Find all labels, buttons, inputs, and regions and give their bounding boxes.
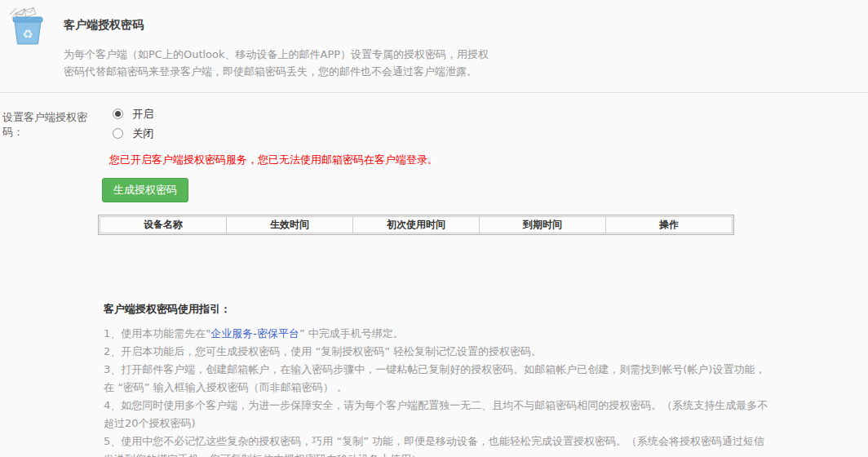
guide-item-1: 1、使用本功能需先在"企业服务-密保平台” 中完成手机号绑定。: [104, 325, 771, 343]
header-text-block: 客户端授权密码 为每个客户端（如PC上的Outlook、移动设备上的邮件APP）…: [64, 7, 489, 92]
guide-item-1-prefix: 1、使用本功能需先在": [104, 327, 210, 339]
form-label: 设置客户端授权密码：: [0, 107, 98, 457]
settings-page: ♻ 客户端授权密码 为每个客户端（如PC上的Outlook、移动设备上的邮件AP…: [0, 0, 868, 457]
feature-header: ♻ 客户端授权密码 为每个客户端（如PC上的Outlook、移动设备上的邮件AP…: [0, 0, 868, 92]
radio-row-enable[interactable]: 开启: [98, 107, 868, 122]
table-header-device: 设备名称: [100, 217, 227, 233]
radio-row-disable[interactable]: 关闭: [98, 126, 868, 141]
usage-guide: 客户端授权密码使用指引： 1、使用本功能需先在"企业服务-密保平台” 中完成手机…: [104, 300, 771, 457]
table-header-effective-time: 生效时间: [227, 217, 353, 233]
guide-item-5: 5、使用中您不必记忆这些复杂的授权密码，巧用 “复制” 功能，即便是移动设备，也…: [104, 433, 771, 457]
auth-password-form: 设置客户端授权密码： 开启 关闭 您已开启客户端授权密码服务，您已无法使用邮箱密…: [0, 93, 868, 457]
page-title: 客户端授权密码: [64, 18, 489, 33]
table-header-expire-time: 到期时间: [480, 217, 606, 233]
radio-disable-label: 关闭: [132, 127, 153, 140]
radio-enable[interactable]: [113, 109, 123, 119]
guide-item-3: 3、打开邮件客户端，创建邮箱帐户，在输入密码步骤中，一键粘帖已复制好的授权密码。…: [104, 361, 771, 397]
password-table-wrap: 设备名称 生效时间 初次使用时间 到期时间 操作: [98, 215, 734, 235]
guide-item-4: 4、如您同时使用多个客户端，为进一步保障安全，请为每个客户端配置独一无二、且均不…: [104, 397, 771, 433]
table-header-first-use-time: 初次使用时间: [353, 217, 480, 233]
table-header-actions: 操作: [606, 217, 733, 233]
guide-item-2: 2、开启本功能后，您可生成授权密码，使用 “复制授权密码” 轻松复制记忆设置的授…: [104, 343, 771, 361]
feature-description: 为每个客户端（如PC上的Outlook、移动设备上的邮件APP）设置专属的授权密…: [64, 46, 489, 80]
status-notice: 您已开启客户端授权密码服务，您已无法使用邮箱密码在客户端登录。: [98, 153, 868, 167]
password-table: 设备名称 生效时间 初次使用时间 到期时间 操作: [100, 216, 733, 233]
mail-client-trash-icon: ♻: [8, 7, 47, 47]
radio-enable-label: 开启: [132, 108, 153, 120]
radio-disable[interactable]: [113, 128, 123, 139]
secure-platform-link[interactable]: 企业服务-密保平台: [210, 327, 299, 339]
generate-password-button[interactable]: 生成授权密码: [102, 178, 188, 202]
svg-text:♻: ♻: [22, 27, 33, 42]
table-header-row: 设备名称 生效时间 初次使用时间 到期时间 操作: [100, 217, 733, 233]
usage-guide-heading: 客户端授权密码使用指引：: [104, 300, 771, 318]
guide-item-1-suffix: ” 中完成手机号绑定。: [299, 327, 404, 339]
form-content: 开启 关闭 您已开启客户端授权密码服务，您已无法使用邮箱密码在客户端登录。 生成…: [98, 107, 868, 457]
